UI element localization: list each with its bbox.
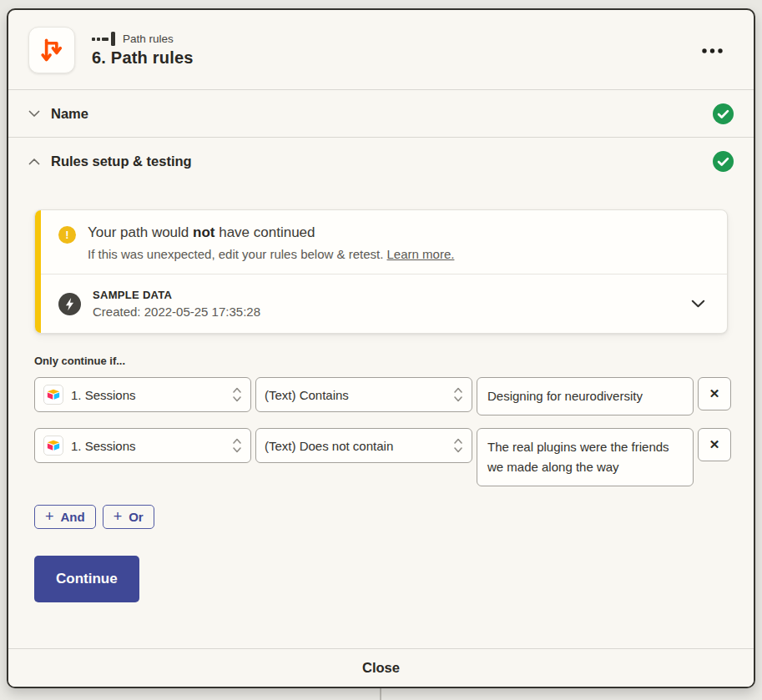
add-condition-row: + And + Or bbox=[34, 505, 728, 529]
operator-select[interactable]: (Text) Does not contain bbox=[255, 428, 472, 463]
ellipsis-icon bbox=[701, 48, 724, 53]
operator-select[interactable]: (Text) Contains bbox=[255, 377, 472, 412]
chevron-down-icon bbox=[28, 110, 40, 117]
sample-data-created: Created: 2022-05-25 17:35:28 bbox=[93, 305, 679, 319]
chevron-up-icon bbox=[28, 159, 40, 165]
section-label: Name bbox=[51, 106, 713, 122]
add-or-button[interactable]: + Or bbox=[103, 505, 154, 529]
stepper-icon bbox=[453, 436, 463, 455]
close-button[interactable]: Close bbox=[337, 653, 425, 682]
rule-row: 1. Sessions (Text) Contains Designing fo… bbox=[34, 377, 728, 415]
test-result-alert: ! Your path would not have continued If … bbox=[41, 210, 727, 274]
alert-subtitle: If this was unexpected, edit your rules … bbox=[88, 247, 454, 261]
step-type-label: Path rules bbox=[123, 33, 174, 45]
field-select[interactable]: 1. Sessions bbox=[34, 377, 251, 412]
section-label: Rules setup & testing bbox=[51, 154, 713, 169]
rule-value-input[interactable]: Designing for neurodiversity bbox=[477, 377, 694, 415]
path-rules-type-icon bbox=[92, 32, 115, 46]
test-result-card: ! Your path would not have continued If … bbox=[34, 209, 728, 334]
warning-accent-bar bbox=[35, 210, 41, 333]
stepper-icon bbox=[232, 385, 242, 404]
complete-check-icon bbox=[713, 151, 734, 172]
lightning-icon bbox=[58, 293, 81, 315]
stepper-icon bbox=[232, 436, 242, 455]
operator-select-value: (Text) Does not contain bbox=[265, 439, 446, 453]
section-name[interactable]: Name bbox=[8, 90, 754, 138]
alert-title: Your path would not have continued bbox=[88, 224, 454, 241]
continue-button[interactable]: Continue bbox=[34, 556, 139, 602]
section-rules-setup[interactable]: Rules setup & testing bbox=[8, 138, 754, 185]
sessions-app-icon bbox=[43, 436, 63, 456]
step-title: 6. Path rules bbox=[92, 48, 696, 68]
path-rules-panel: Path rules 6. Path rules Name bbox=[7, 8, 755, 688]
remove-rule-button[interactable]: ✕ bbox=[698, 428, 731, 461]
remove-rule-button[interactable]: ✕ bbox=[698, 377, 731, 410]
learn-more-link[interactable]: Learn more. bbox=[387, 247, 455, 261]
field-select-value: 1. Sessions bbox=[71, 388, 225, 402]
rule-value-input[interactable]: The real plugins were the friends we mad… bbox=[477, 428, 694, 486]
more-options-button[interactable] bbox=[696, 38, 729, 61]
step-title-block: Path rules 6. Path rules bbox=[92, 32, 696, 68]
sessions-app-icon bbox=[43, 385, 63, 405]
sample-data-text: SAMPLE DATA Created: 2022-05-25 17:35:28 bbox=[93, 289, 679, 319]
chevron-down-icon[interactable] bbox=[691, 300, 705, 308]
rule-row: 1. Sessions (Text) Does not contain The … bbox=[34, 428, 728, 486]
paths-app-icon bbox=[28, 27, 75, 73]
operator-select-value: (Text) Contains bbox=[265, 388, 446, 402]
panel-header: Path rules 6. Path rules bbox=[8, 10, 754, 90]
sample-data-label: SAMPLE DATA bbox=[93, 289, 679, 301]
plus-icon: + bbox=[45, 509, 54, 524]
panel-footer: Close bbox=[8, 648, 754, 687]
stepper-icon bbox=[453, 385, 463, 404]
plus-icon: + bbox=[114, 509, 123, 524]
rules-heading: Only continue if... bbox=[34, 355, 728, 367]
zap-editor-background: Path rules 6. Path rules Name bbox=[0, 0, 762, 700]
field-select-value: 1. Sessions bbox=[71, 439, 225, 453]
complete-check-icon bbox=[713, 103, 734, 124]
add-and-button[interactable]: + And bbox=[34, 505, 96, 529]
field-select[interactable]: 1. Sessions bbox=[34, 428, 251, 463]
sample-data-row[interactable]: SAMPLE DATA Created: 2022-05-25 17:35:28 bbox=[41, 274, 727, 333]
warning-icon: ! bbox=[58, 226, 76, 244]
rules-section-body: ! Your path would not have continued If … bbox=[8, 185, 754, 648]
